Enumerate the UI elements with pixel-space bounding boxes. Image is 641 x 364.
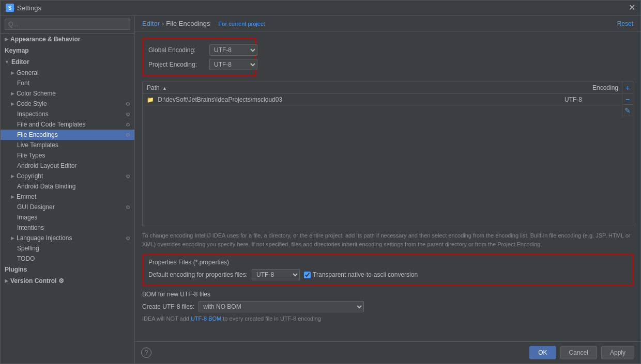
- for-current-project-link[interactable]: For current project: [219, 21, 265, 27]
- badge-icon: ⚙: [126, 112, 130, 117]
- reset-link[interactable]: Reset: [617, 20, 633, 27]
- sidebar-item-plugins[interactable]: Plugins: [1, 264, 134, 275]
- sidebar-label-emmet: Emmet: [17, 193, 36, 200]
- edit-path-button[interactable]: ✎: [622, 105, 633, 116]
- sidebar-label-appearance: Appearance & Behavior: [10, 36, 80, 43]
- content-header: Editor › File Encodings For current proj…: [135, 15, 640, 32]
- bom-title: BOM for new UTF-8 files: [142, 291, 633, 298]
- sidebar-item-androidlayout[interactable]: Android Layout Editor: [1, 161, 134, 171]
- sidebar: ▶ Appearance & Behavior Keymap ▼ Editor …: [1, 15, 135, 363]
- encoding-section: Global Encoding: UTF-8 UTF-16 ISO-8859-1…: [142, 38, 256, 76]
- breadcrumb-editor[interactable]: Editor: [142, 20, 160, 27]
- sidebar-label-codestyle: Code Style: [17, 100, 47, 107]
- footer: ? OK Cancel Apply: [135, 341, 640, 363]
- sidebar-item-codestyle[interactable]: ▶ Code Style ⚙: [1, 99, 134, 109]
- sidebar-label-general: General: [17, 69, 39, 76]
- sidebar-item-livetemplates[interactable]: Live Templates: [1, 140, 134, 150]
- sidebar-item-filecodetemplates[interactable]: File and Code Templates ⚙: [1, 119, 134, 130]
- sidebar-item-filetypes[interactable]: File Types: [1, 150, 134, 161]
- cancel-button[interactable]: Cancel: [560, 346, 597, 359]
- breadcrumb-separator: ›: [162, 20, 164, 27]
- sidebar-item-font[interactable]: Font: [1, 78, 134, 88]
- badge-icon: ⚙: [126, 173, 130, 179]
- remove-path-button[interactable]: −: [622, 93, 633, 105]
- sidebar-label-keymap: Keymap: [5, 47, 29, 54]
- sidebar-label-languageinjections: Language Injections: [17, 234, 72, 242]
- badge-icon: ⚙: [126, 235, 130, 241]
- search-input[interactable]: [5, 19, 130, 30]
- sidebar-label-spelling: Spelling: [17, 245, 39, 252]
- transparent-conversion-checkbox-label[interactable]: Transparent native-to-ascii conversion: [304, 271, 418, 278]
- sidebar-item-editor[interactable]: ▼ Editor: [1, 56, 134, 68]
- chevron-right-icon: ▶: [11, 70, 14, 75]
- properties-row: Default encoding for properties files: U…: [148, 269, 627, 280]
- sidebar-item-copyright[interactable]: ▶ Copyright ⚙: [1, 171, 134, 181]
- sidebar-label-editor: Editor: [11, 58, 29, 66]
- sidebar-item-images[interactable]: Images: [1, 212, 134, 223]
- main-content: ▶ Appearance & Behavior Keymap ▼ Editor …: [1, 15, 640, 363]
- chevron-right-icon: ▶: [11, 235, 14, 241]
- sidebar-label-colorscheme: Color Scheme: [17, 90, 56, 97]
- bom-create-select[interactable]: with NO BOM with BOM: [199, 301, 364, 312]
- sidebar-item-emmet[interactable]: ▶ Emmet: [1, 192, 134, 202]
- ok-button[interactable]: OK: [529, 346, 556, 359]
- sidebar-item-todo[interactable]: TODO: [1, 254, 134, 264]
- sidebar-item-guidesigner[interactable]: GUI Designer ⚙: [1, 202, 134, 212]
- content-body: Global Encoding: UTF-8 UTF-16 ISO-8859-1…: [135, 32, 640, 341]
- path-table: Path ▲ Encoding 📁 D:\d: [143, 82, 633, 106]
- chevron-right-icon: ▶: [11, 194, 14, 199]
- title-bar: S Settings ✕: [1, 1, 640, 15]
- bom-link[interactable]: UTF-8 BOM: [191, 315, 221, 322]
- sidebar-item-appearance[interactable]: ▶ Appearance & Behavior: [1, 34, 134, 45]
- sidebar-item-inspections[interactable]: Inspections ⚙: [1, 109, 134, 119]
- sidebar-label-filetypes: File Types: [17, 152, 45, 159]
- add-path-button[interactable]: +: [622, 82, 633, 93]
- sidebar-item-versioncontrol[interactable]: ▶ Version Control ⚙: [1, 275, 134, 287]
- project-encoding-select[interactable]: UTF-8 UTF-16 ISO-8859-1: [209, 59, 257, 70]
- sidebar-label-inspections: Inspections: [17, 110, 49, 118]
- table-toolbar: + − ✎: [622, 82, 633, 116]
- description-text: To change encoding IntelliJ IDEA uses fo…: [142, 231, 633, 248]
- settings-dialog: S Settings ✕ ▶ Appearance & Behavior Key…: [0, 0, 641, 364]
- sidebar-item-languageinjections[interactable]: ▶ Language Injections ⚙: [1, 233, 134, 243]
- apply-button[interactable]: Apply: [601, 346, 634, 359]
- sidebar-item-general[interactable]: ▶ General: [1, 68, 134, 78]
- help-button[interactable]: ?: [141, 347, 151, 358]
- path-column-header[interactable]: Path ▲: [143, 82, 560, 94]
- footer-left: ?: [141, 347, 151, 358]
- global-encoding-select[interactable]: UTF-8 UTF-16 ISO-8859-1: [209, 44, 257, 56]
- table-row[interactable]: 📁 D:\devSoft\JetBrains\IdeaProjects\mscl…: [143, 94, 633, 106]
- badge-icon: ⚙: [126, 132, 130, 138]
- dialog-title: Settings: [17, 4, 41, 12]
- badge-icon: ⚙: [126, 122, 130, 128]
- badge-icon: ⚙: [126, 204, 130, 210]
- sidebar-label-livetemplates: Live Templates: [17, 141, 58, 149]
- sidebar-label-androidlayout: Android Layout Editor: [17, 162, 77, 169]
- close-button[interactable]: ✕: [629, 4, 635, 12]
- sidebar-label-filecodetemplates: File and Code Templates: [17, 121, 86, 128]
- sidebar-label-font: Font: [17, 80, 29, 87]
- sidebar-item-androiddatabinding[interactable]: Android Data Binding: [1, 181, 134, 192]
- sidebar-item-keymap[interactable]: Keymap: [1, 45, 134, 56]
- properties-encoding-select[interactable]: UTF-8 UTF-16 ISO-8859-1: [252, 269, 300, 280]
- encoding-cell: UTF-8: [560, 94, 622, 106]
- project-encoding-row: Project Encoding: UTF-8 UTF-16 ISO-8859-…: [148, 59, 250, 70]
- sidebar-label-fileencodings: File Encodings: [17, 131, 58, 138]
- bom-section: BOM for new UTF-8 files Create UTF-8 fil…: [142, 291, 633, 322]
- sidebar-item-colorscheme[interactable]: ▶ Color Scheme: [1, 88, 134, 99]
- path-cell: 📁 D:\devSoft\JetBrains\IdeaProjects\mscl…: [143, 94, 560, 106]
- transparent-conversion-checkbox[interactable]: [304, 272, 311, 278]
- sidebar-label-guidesigner: GUI Designer: [17, 203, 55, 211]
- default-encoding-label: Default encoding for properties files:: [148, 271, 248, 278]
- footer-right: OK Cancel Apply: [529, 346, 634, 359]
- sidebar-item-spelling[interactable]: Spelling: [1, 243, 134, 254]
- encoding-column-header[interactable]: Encoding: [560, 82, 622, 94]
- badge-icon: ⚙: [126, 101, 130, 107]
- global-encoding-label: Global Encoding:: [148, 46, 205, 54]
- breadcrumb: Editor › File Encodings For current proj…: [142, 20, 265, 27]
- sidebar-label-todo: TODO: [17, 255, 35, 262]
- sidebar-item-fileencodings[interactable]: File Encodings ⚙: [1, 130, 134, 140]
- properties-section: Properties Files (*.properties) Default …: [142, 254, 633, 286]
- chevron-right-icon: ▶: [11, 101, 14, 106]
- sidebar-item-intentions[interactable]: Intentions: [1, 223, 134, 233]
